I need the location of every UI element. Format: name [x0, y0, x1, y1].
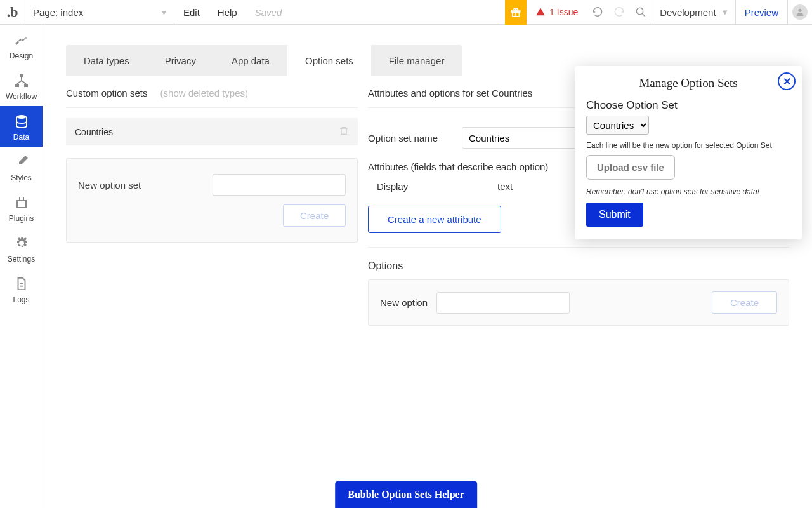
svg-line-4 [643, 13, 646, 17]
saved-status: Saved [246, 0, 291, 24]
chevron-down-icon: ▾ [723, 6, 728, 18]
page-label: Page: index [33, 7, 83, 18]
menu-edit[interactable]: Edit [174, 0, 209, 24]
redo-button[interactable] [608, 0, 630, 25]
svg-point-5 [798, 9, 801, 12]
environment-selector[interactable]: Development ▾ [652, 0, 735, 24]
issue-count: 1 Issue [549, 7, 578, 17]
user-avatar[interactable] [788, 0, 812, 25]
menu-help[interactable]: Help [209, 0, 246, 24]
undo-button[interactable] [587, 0, 608, 25]
preview-button[interactable]: Preview [736, 0, 787, 24]
environment-label: Development [660, 7, 716, 18]
page-selector[interactable]: Page: index ▾ [25, 0, 174, 24]
topbar: .b Page: index ▾ Edit Help Saved 1 Issue… [0, 0, 812, 25]
user-icon [792, 4, 808, 20]
warning-icon [535, 7, 546, 17]
logo[interactable]: .b [0, 0, 25, 25]
svg-point-3 [637, 8, 644, 15]
chevron-down-icon: ▾ [162, 7, 166, 17]
gift-icon[interactable] [505, 0, 527, 25]
search-button[interactable] [630, 0, 652, 25]
issues-button[interactable]: 1 Issue [527, 7, 587, 17]
